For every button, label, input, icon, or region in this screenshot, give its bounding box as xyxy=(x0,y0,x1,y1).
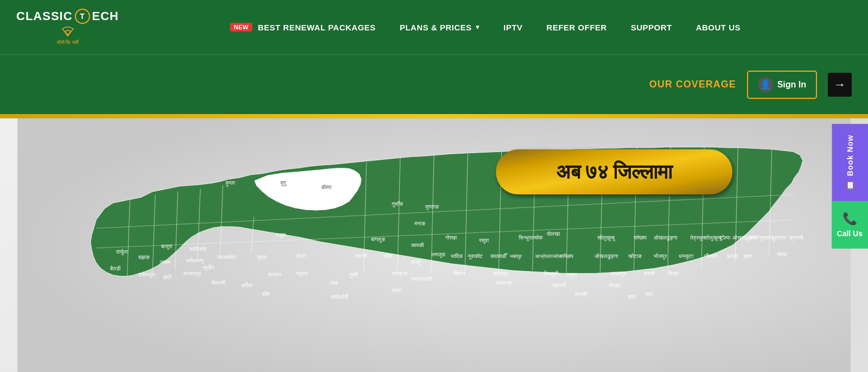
svg-text:रुकुम: रुकुम xyxy=(276,232,286,238)
svg-text:महोत्तरी: महोत्तरी xyxy=(552,282,566,288)
svg-text:ताप्लेजुङ: ताप्लेजुङ xyxy=(749,235,766,241)
svg-text:नुवाकोट: नुवाकोट xyxy=(467,253,483,260)
svg-text:इलाम: इलाम xyxy=(726,253,738,259)
svg-text:मुस्ताङ: मुस्ताङ xyxy=(425,204,439,210)
svg-text:दोलखा: दोलखा xyxy=(546,231,560,237)
svg-text:स्याङ्जा: स्याङ्जा xyxy=(391,270,408,277)
svg-text:सल्यान: सल्यान xyxy=(267,272,282,278)
svg-text:सिन्धुपाल्चोक: सिन्धुपाल्चोक xyxy=(518,235,543,241)
svg-text:सिन्धुली: सिन्धुली xyxy=(543,270,559,277)
our-coverage-link[interactable]: OUR COVERAGE xyxy=(649,79,736,90)
nav-best-renewal[interactable]: NEW BEST RENEWAL PACKAGES xyxy=(218,23,388,32)
svg-text:रोल्पा: रोल्पा xyxy=(296,253,306,259)
svg-text:प्युठान: प्युठान xyxy=(296,270,308,277)
svg-text:गुर्साँस: गुर्साँस xyxy=(391,201,403,207)
svg-text:पर्वत: पर्वत xyxy=(383,253,392,259)
svg-text:बर्दिया: बर्दिया xyxy=(241,282,253,288)
svg-text:मनाङ: मनाङ xyxy=(414,220,425,226)
svg-text:डोल्पा: डोल्पा xyxy=(321,184,332,190)
svg-text:काठमाडौँ: काठमाडौँ xyxy=(490,253,508,259)
svg-text:संखुवासभा: संखुवासभा xyxy=(765,235,787,241)
svg-text:रामेछाप: रामेछाप xyxy=(633,235,647,241)
svg-text:कञ्चनपुर: कञ्चनपुर xyxy=(183,270,201,277)
svg-text:बाजुरा: बाजुरा xyxy=(161,243,173,250)
logo-name2: ECH xyxy=(92,9,119,23)
svg-text:खोटाङ: खोटाङ xyxy=(628,253,642,259)
svg-text:कैलाली: कैलाली xyxy=(211,280,226,286)
side-buttons: 📋 Book Now 📞 Call Us xyxy=(832,123,868,248)
svg-text:लमजुङ: लमजुङ xyxy=(431,251,445,258)
user-icon: 👤 xyxy=(758,77,773,92)
top-navigation: CLASSIC T ECH दोयो कि पर्सी NEW BEST REN… xyxy=(0,0,868,54)
svg-text:रौतहट: रौतहट xyxy=(608,282,621,288)
svg-text:कालिकोट: कालिकोट xyxy=(189,246,207,252)
svg-text:बैतडी: बैतडी xyxy=(110,266,121,272)
svg-text:धादिङ: धादिङ xyxy=(451,253,463,259)
book-now-button[interactable]: 📋 Book Now xyxy=(832,123,868,200)
svg-text:सप्तरी: सप्तरी xyxy=(643,270,655,276)
gold-divider xyxy=(0,114,868,118)
svg-text:दाङ: दाङ xyxy=(330,280,338,286)
logo-name: CLASSIC xyxy=(16,9,73,23)
svg-text:पाल्पा: पाल्पा xyxy=(391,287,402,293)
svg-text:बझाङ: बझाङ xyxy=(138,254,150,260)
svg-text:सोलुखुम्बु: सोलुखुम्बु xyxy=(597,235,616,241)
svg-text:मकवानपुर: मकवानपुर xyxy=(495,280,513,286)
svg-text:कास्की: कास्की xyxy=(411,242,424,248)
sign-in-button[interactable]: 👤 Sign In xyxy=(747,71,817,99)
svg-text:कपिलवस्तु: कपिलवस्तु xyxy=(186,258,205,264)
main-navigation: NEW BEST RENEWAL PACKAGES PLANS & PRICES… xyxy=(119,23,852,32)
arrow-button[interactable]: → xyxy=(828,73,852,97)
svg-text:सर्लाही: सर्लाही xyxy=(574,291,588,297)
svg-text:भक्तपुर: भक्तपुर xyxy=(510,254,522,260)
svg-text:सिरहा: सिरहा xyxy=(667,270,679,276)
svg-text:रामेछाप: रामेछाप xyxy=(560,253,574,259)
svg-text:जाजरकोट: जाजरकोट xyxy=(216,254,236,260)
hero-section: दार्चुला बैतडी बझाङ डडेलधुरा बाजुरा अछाम… xyxy=(0,118,868,372)
second-bar: OUR COVERAGE 👤 Sign In → xyxy=(0,54,868,114)
nav-iptv[interactable]: IPTV xyxy=(492,23,534,32)
logo-tagline: दोयो कि पर्सी xyxy=(57,40,79,46)
book-icon: 📋 xyxy=(845,180,854,190)
svg-text:डडेलधुरा: डडेलधुरा xyxy=(138,272,156,278)
nav-support[interactable]: SUPPORT xyxy=(619,23,684,32)
new-badge: NEW xyxy=(230,23,252,31)
svg-text:बाँके: बाँके xyxy=(261,291,270,297)
wifi-icon xyxy=(57,26,79,37)
nav-refer-offer[interactable]: REFER OFFER xyxy=(534,23,618,32)
svg-text:गुल्मी: गुल्मी xyxy=(349,272,359,278)
svg-text:भोजपुर: भोजपुर xyxy=(654,253,667,260)
svg-text:तनहुँ: तनहुँ xyxy=(411,258,421,266)
svg-text:बागलुङ: बागलुङ xyxy=(371,236,385,243)
svg-text:टोल्पा: टोल्पा xyxy=(719,235,731,241)
svg-text:चित्वन: चित्वन xyxy=(453,270,465,276)
svg-text:म्याग्दी: म्याग्दी xyxy=(355,253,367,259)
svg-text:झापा: झापा xyxy=(743,253,753,259)
svg-text:ललितपुर: ललितपुर xyxy=(493,271,508,277)
svg-text:मोरङ: मोरङ xyxy=(777,251,787,257)
svg-text:पर्सा: पर्सा xyxy=(644,291,653,297)
nav-plans-prices[interactable]: PLANS & PRICES ▾ xyxy=(388,23,492,32)
svg-text:ओखलढुङ्गा: ओखलढुङ्गा xyxy=(654,235,678,241)
svg-text:जुम्ला: जुम्ला xyxy=(256,254,267,261)
nepal-map: दार्चुला बैतडी बझाङ डडेलधुरा बाजुरा अछाम… xyxy=(0,118,868,372)
svg-text:अर्घाखाँची: अर्घाखाँची xyxy=(330,293,349,300)
phone-icon: 📞 xyxy=(843,212,857,226)
svg-text:सुनसरी: सुनसरी xyxy=(788,235,803,241)
nav-about-us[interactable]: ABOUT US xyxy=(684,23,752,32)
svg-text:रसुवा: रसुवा xyxy=(478,237,489,244)
svg-text:सुर्खेत: सुर्खेत xyxy=(203,264,215,271)
logo-area[interactable]: CLASSIC T ECH दोयो कि पर्सी xyxy=(16,9,119,46)
svg-text:नवलपरासी: नवलपरासी xyxy=(411,276,432,282)
svg-text:पाँचथर: पाँचथर xyxy=(704,253,718,259)
svg-text:गोरखा: गोरखा xyxy=(445,235,457,241)
svg-text:बारा: बारा xyxy=(628,294,636,300)
chevron-down-icon: ▾ xyxy=(476,23,480,31)
call-us-button[interactable]: 📞 Call Us xyxy=(832,201,868,249)
svg-text:डोटी: डोटी xyxy=(162,274,172,280)
svg-text:उदयपुर: उदयपुर xyxy=(611,270,626,277)
svg-text:ओखलढुङ्गा: ओखलढुङ्गा xyxy=(595,253,618,260)
svg-text:काभ्रेपलाञ्चोक: काभ्रेपलाञ्चोक xyxy=(535,253,562,260)
logo-circle: T xyxy=(75,9,90,24)
svg-text:धनुषा: धनुषा xyxy=(566,272,577,278)
